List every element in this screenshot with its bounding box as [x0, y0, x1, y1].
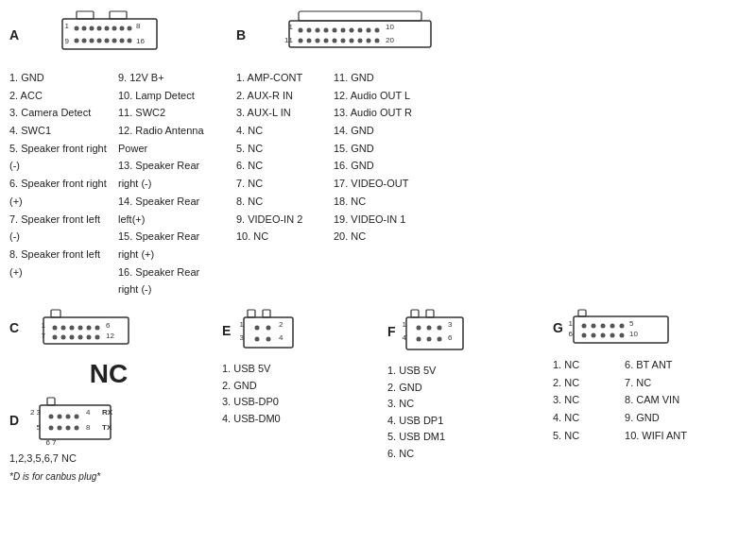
pin-g1: 1. NC [553, 356, 615, 374]
svg-text:6: 6 [448, 333, 453, 342]
connector-b-diagram: 1 10 11 20 [251, 9, 469, 61]
pin-a3: 3. Camera Detect [9, 104, 109, 122]
svg-point-51 [53, 325, 58, 330]
svg-text:9: 9 [65, 37, 70, 45]
pin-g5: 5. NC [553, 427, 615, 445]
section-a-label: A [9, 27, 19, 43]
main-container: A [9, 9, 747, 482]
svg-point-117 [600, 332, 605, 337]
svg-point-34 [375, 28, 380, 33]
svg-text:2: 2 [279, 320, 284, 329]
pin-f2: 2. GND [387, 380, 445, 397]
svg-point-59 [70, 334, 75, 339]
pin-f3: 3. NC [387, 396, 445, 413]
svg-point-53 [70, 325, 75, 330]
svg-rect-86 [244, 317, 293, 348]
svg-point-70 [58, 414, 62, 418]
svg-point-3 [75, 26, 79, 31]
svg-point-40 [341, 39, 346, 43]
svg-rect-96 [426, 310, 434, 317]
svg-point-74 [58, 425, 62, 430]
connector-e-diagram: 1 2 3 4 [236, 308, 307, 355]
pin-g9: 9. GND [625, 409, 687, 427]
svg-point-88 [266, 325, 271, 330]
pin-b1: 1. AMP-CONT [236, 69, 315, 87]
svg-point-110 [581, 323, 586, 328]
svg-text:10: 10 [386, 23, 394, 31]
svg-point-29 [333, 28, 337, 33]
svg-point-115 [581, 332, 586, 337]
pin-b9: 9. VIDEO-IN 2 [236, 211, 315, 229]
pin-a9: 9. 12V B+ [118, 69, 217, 87]
svg-point-30 [341, 28, 346, 33]
pin-g7: 7. NC [625, 374, 687, 392]
svg-point-7 [105, 26, 110, 31]
svg-rect-24 [289, 21, 431, 47]
svg-point-32 [358, 28, 363, 33]
svg-text:5: 5 [37, 423, 42, 432]
svg-text:TX: TX [102, 423, 112, 432]
section-f: F 1 3 4 [387, 308, 539, 463]
svg-point-35 [299, 39, 303, 43]
pin-b14: 14. GND [334, 122, 412, 140]
section-d: D [9, 396, 208, 482]
connector-g-diagram: 1 5 6 10 [569, 308, 682, 350]
svg-point-28 [324, 28, 329, 33]
svg-text:1: 1 [240, 320, 245, 329]
section-d-footnote2: *D is for canbus plug* [9, 471, 100, 482]
pin-b12: 12. Audio OUT L [334, 87, 412, 105]
svg-text:5: 5 [629, 319, 634, 328]
svg-point-39 [333, 39, 337, 43]
pin-a16: 16. Speaker Rear right (-) [118, 264, 217, 298]
svg-point-6 [97, 26, 102, 31]
svg-point-90 [266, 336, 271, 341]
svg-point-36 [307, 39, 312, 43]
pin-e2: 2. GND [222, 378, 281, 395]
svg-rect-95 [411, 310, 419, 317]
section-g-pins: 1. NC 2. NC 3. NC 4. NC 5. NC 6. BT ANT … [553, 356, 687, 444]
svg-point-71 [66, 414, 71, 418]
pin-a15: 15. Speaker Rear right (+) [118, 228, 217, 263]
svg-point-61 [87, 334, 92, 339]
svg-rect-0 [77, 11, 94, 19]
pin-b5: 5. NC [236, 140, 315, 158]
svg-point-9 [120, 26, 125, 31]
svg-text:1: 1 [289, 23, 294, 31]
svg-text:7: 7 [42, 332, 46, 340]
pin-b20: 20. NC [334, 228, 412, 246]
section-d-footnote1: 1,2,3,5,6,7 NC [9, 450, 77, 468]
svg-point-119 [619, 332, 624, 337]
pin-b16: 16. GND [334, 157, 412, 175]
bottom-section: C [9, 308, 747, 482]
svg-point-103 [437, 336, 441, 341]
svg-point-26 [307, 28, 312, 33]
section-e: E 1 2 3 4 [222, 308, 373, 427]
pin-f4: 4. USB DP1 [387, 413, 445, 430]
nc-label: NC [9, 359, 208, 389]
pin-a5: 5. Speaker front right (-) [9, 140, 109, 175]
section-g-right-pins: 6. BT ANT 7. NC 8. CAM VIN 9. GND 10. WI… [625, 356, 687, 444]
pin-b3: 3. AUX-L IN [236, 104, 315, 122]
svg-point-31 [350, 28, 354, 33]
pin-b6: 6. NC [236, 157, 315, 175]
svg-point-57 [53, 334, 58, 339]
pin-f1: 1. USB 5V [387, 363, 445, 380]
pin-g3: 3. NC [553, 391, 615, 409]
pin-g8: 8. CAM VIN [625, 391, 687, 409]
section-d-label: D [9, 413, 19, 428]
svg-text:4: 4 [402, 333, 406, 342]
svg-point-25 [299, 28, 303, 33]
svg-point-15 [105, 39, 110, 43]
section-f-label: F [387, 324, 396, 339]
svg-text:1: 1 [402, 320, 406, 329]
svg-point-17 [120, 39, 125, 43]
svg-text:12: 12 [106, 332, 114, 340]
svg-point-38 [324, 39, 329, 43]
section-e-label: E [222, 323, 231, 338]
pin-b8: 8. NC [236, 193, 315, 211]
svg-rect-67 [47, 398, 55, 405]
svg-text:8: 8 [86, 423, 91, 432]
pin-e3: 3. USB-DP0 [222, 394, 281, 411]
svg-point-76 [75, 425, 79, 430]
section-a: A [9, 9, 217, 298]
